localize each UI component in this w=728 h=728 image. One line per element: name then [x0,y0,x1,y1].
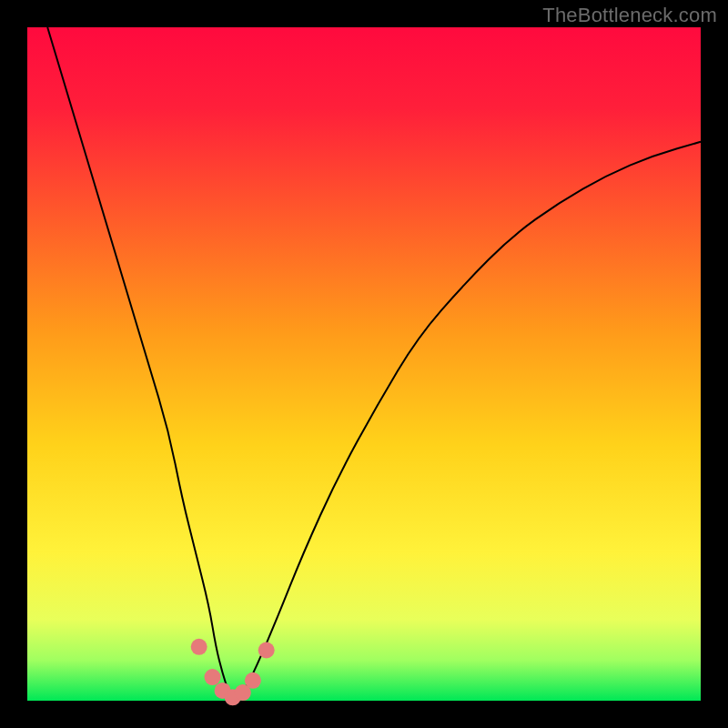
marker-point [245,672,261,689]
marker-point [258,642,275,659]
marker-point [191,639,207,655]
marker-point [205,669,221,685]
bottleneck-chart [0,0,728,728]
plot-background [27,27,701,701]
chart-frame: TheBottleneck.com [0,0,728,728]
